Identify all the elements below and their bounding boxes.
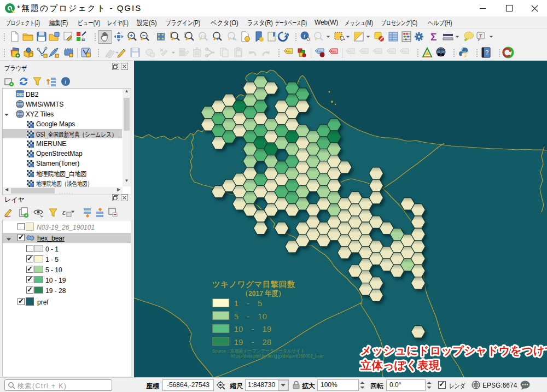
svg-text:5 - 10: 5 - 10	[234, 312, 267, 321]
svg-text:abc: abc	[287, 50, 292, 53]
svg-text:ε: ε	[62, 208, 66, 217]
svg-text:19 - 28: 19 - 28	[234, 337, 271, 347]
svg-text:abc: abc	[349, 50, 354, 53]
svg-text:abc: abc	[363, 50, 368, 53]
svg-text:10 - 19: 10 - 19	[234, 324, 271, 334]
svg-text:https://data.pref.kyoto.lg.jp/: https://data.pref.kyoto.lg.jp/dataset/26…	[231, 353, 324, 359]
svg-text:abc: abc	[332, 50, 337, 53]
svg-text:abc: abc	[390, 50, 395, 53]
svg-text:i: i	[304, 32, 305, 39]
svg-text:abc: abc	[403, 50, 408, 53]
svg-text:?: ?	[485, 49, 488, 56]
svg-text:立体っぽく表現: 立体っぽく表現	[360, 359, 440, 371]
svg-text:（2017 年度）: （2017 年度）	[242, 289, 285, 297]
svg-text:1:1: 1:1	[201, 34, 206, 38]
svg-text:a: a	[82, 36, 85, 42]
svg-text:ツキノワグマ目撃回数: ツキノワグマ目撃回数	[212, 280, 295, 289]
svg-text:メッシュにドロップシャドウをつけて: メッシュにドロップシャドウをつけて	[360, 344, 547, 357]
svg-text:DB2: DB2	[17, 92, 24, 96]
svg-text:T: T	[479, 33, 482, 39]
svg-text:1 - 5: 1 - 5	[234, 299, 263, 308]
svg-text:Σ: Σ	[430, 31, 437, 43]
svg-text:abc: abc	[376, 50, 381, 53]
svg-text:i: i	[65, 78, 66, 85]
